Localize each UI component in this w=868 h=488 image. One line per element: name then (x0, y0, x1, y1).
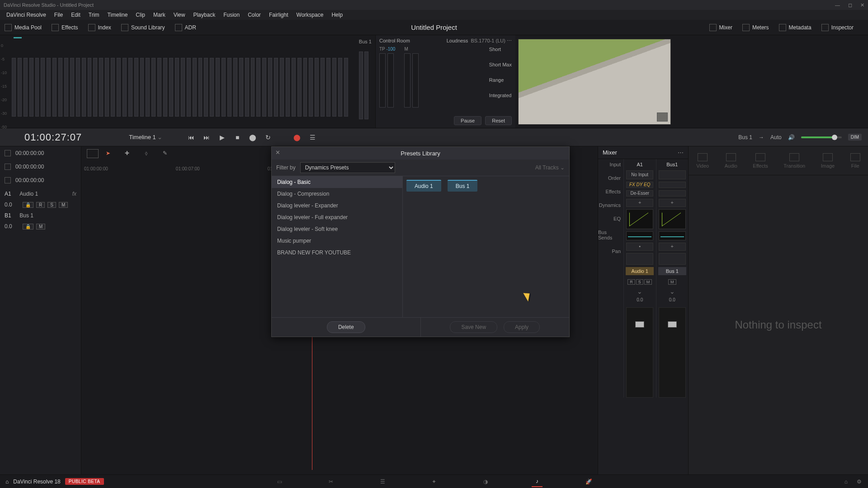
menu-file[interactable]: File (51, 11, 66, 19)
preset-item[interactable]: Music pumper (272, 235, 402, 247)
window-maximize-icon[interactable]: ◻ (848, 2, 852, 8)
menu-mark[interactable]: Mark (150, 11, 169, 19)
channel-m-button[interactable]: M (644, 279, 652, 285)
loudness-reset-button[interactable]: Reset (485, 116, 512, 125)
home-icon[interactable]: ⌂ (5, 479, 9, 485)
menu-trim[interactable]: Trim (85, 11, 103, 19)
delete-button[interactable]: Delete (327, 321, 365, 333)
menu-fusion[interactable]: Fusion (220, 11, 243, 19)
monitor-bus-label[interactable]: Bus 1 (738, 134, 752, 141)
selection-tool[interactable]: ➤ (104, 149, 112, 157)
page-color-icon[interactable]: ◑ (480, 476, 491, 487)
inspector-tab-effects[interactable]: Effects (753, 153, 768, 169)
track-r-button[interactable]: R (36, 202, 45, 208)
filter-dropdown[interactable]: Dynamics Presets (300, 162, 395, 173)
effect-slot[interactable] (659, 190, 686, 197)
channel-fader[interactable] (659, 307, 686, 398)
effects-toggle[interactable]: Effects (52, 24, 78, 31)
timeline-view-toggle[interactable] (87, 149, 99, 158)
pan-control[interactable] (626, 253, 653, 265)
loudness-menu-icon[interactable]: ⋯ (507, 38, 512, 43)
track-lock-icon[interactable]: 🔒 (23, 224, 33, 230)
close-icon[interactable]: ✕ (275, 149, 280, 156)
preset-item[interactable]: Dialog - Basic (272, 176, 402, 188)
preset-target-chip[interactable]: Audio 1 (406, 180, 441, 192)
inspector-tab-video[interactable]: Video (696, 153, 709, 169)
page-cut-icon[interactable]: ✂ (326, 476, 336, 487)
order-slot[interactable] (659, 182, 686, 188)
channel-r-button[interactable]: R (627, 279, 635, 285)
mixer-toggle[interactable]: Mixer (709, 24, 732, 31)
track-lock-icon[interactable]: 🔒 (23, 202, 33, 208)
page-media-icon[interactable]: ▭ (274, 476, 285, 487)
order-slot[interactable]: FX DY EQ (626, 182, 653, 188)
loudness-pause-button[interactable]: Pause (454, 116, 481, 125)
window-close-icon[interactable]: ✕ (860, 2, 864, 8)
channel-fader[interactable] (626, 307, 653, 398)
menu-workspace[interactable]: Workspace (293, 11, 327, 19)
media-pool-toggle[interactable]: Media Pool (5, 24, 42, 31)
preset-item[interactable]: Dialog leveler - Full expander (272, 211, 402, 223)
all-tracks-toggle[interactable]: All Tracks ⌄ (535, 164, 565, 171)
track-header[interactable]: A1 Audio 1fx (5, 191, 76, 197)
channel-menu-icon[interactable]: ⌄ (637, 288, 642, 295)
eq-graph[interactable] (659, 231, 686, 240)
dim-button[interactable]: DIM (848, 134, 862, 141)
track-m-button[interactable]: M (59, 202, 68, 208)
menu-davinci-resolve[interactable]: DaVinci Resolve (3, 11, 50, 19)
adr-toggle[interactable]: ADR (175, 24, 196, 31)
page-deliver-icon[interactable]: 🚀 (583, 476, 594, 487)
inspector-tab-image[interactable]: Image (821, 153, 835, 169)
mixer-menu-icon[interactable]: ⋯ (678, 149, 684, 156)
project-home-icon[interactable]: ⌂ (844, 479, 848, 485)
page-fusion-icon[interactable]: ✦ (429, 476, 439, 487)
record-button[interactable]: ⬤ (248, 133, 257, 142)
menu-color[interactable]: Color (244, 11, 264, 19)
range-tool[interactable]: ✚ (123, 149, 131, 157)
pan-control[interactable] (659, 253, 686, 265)
stop-button[interactable]: ■ (233, 133, 242, 142)
save-new-button[interactable]: Save New (450, 321, 497, 333)
preset-target-chip[interactable]: Bus 1 (448, 180, 478, 192)
monitor-volume-slider[interactable] (801, 136, 842, 138)
menu-help[interactable]: Help (328, 11, 346, 19)
menu-fairlight[interactable]: Fairlight (265, 11, 292, 19)
speaker-icon[interactable]: 🔊 (788, 134, 795, 141)
meters-toggle[interactable]: Meters (742, 24, 769, 31)
rewind-button[interactable]: ⏮ (187, 133, 196, 142)
channel-menu-icon[interactable]: ⌄ (670, 288, 675, 295)
preset-item[interactable]: BRAND NEW FOR YOUTUBE (272, 247, 402, 258)
dynamics-graph[interactable] (659, 209, 686, 229)
play-button[interactable]: ▶ (217, 133, 226, 142)
preset-item[interactable]: Dialog - Compression (272, 188, 402, 200)
menu-edit[interactable]: Edit (67, 11, 84, 19)
menu-view[interactable]: View (170, 11, 189, 19)
preset-item[interactable]: Dialog leveler - Soft knee (272, 223, 402, 235)
window-minimize-icon[interactable]: — (835, 2, 840, 8)
menu-timeline[interactable]: Timeline (104, 11, 131, 19)
menu-clip[interactable]: Clip (132, 11, 149, 19)
pencil-tool[interactable]: ✎ (161, 149, 169, 157)
inspector-tab-audio[interactable]: Audio (725, 153, 737, 169)
sound-lib-toggle[interactable]: Sound Library (121, 24, 165, 31)
preset-item[interactable]: Dialog leveler - Expander (272, 200, 402, 211)
bus-send-button[interactable]: • (626, 243, 653, 251)
timeline-canvas[interactable]: ➤ ✚ ⎀ ✎ 01:00:00:0001:00:07:0001:00:14:0… (81, 146, 598, 474)
timecode-row[interactable]: 00:00:00:00 (5, 150, 76, 156)
automation-mode[interactable]: Auto (770, 134, 782, 141)
page-fairlight-icon[interactable]: ♪ (532, 476, 542, 487)
automation-write-icon[interactable]: ⬤ (292, 133, 302, 142)
index-toggle[interactable]: Index (88, 24, 111, 31)
input-slot[interactable] (659, 170, 686, 179)
fast-forward-button[interactable]: ⏭ (202, 133, 211, 142)
timecode-row[interactable]: 00:00:00:00 (5, 164, 76, 170)
inspector-tab-transition[interactable]: Transition (783, 153, 805, 169)
track-m-button[interactable]: M (36, 224, 45, 230)
input-slot[interactable]: No Input (626, 170, 653, 179)
automation-settings-icon[interactable]: ☰ (308, 133, 317, 142)
inspector-toggle[interactable]: Inspector (821, 24, 854, 31)
track-s-button[interactable]: S (47, 202, 56, 208)
menu-playback[interactable]: Playback (189, 11, 219, 19)
project-settings-icon[interactable]: ⚙ (857, 479, 862, 485)
track-header[interactable]: B1 Bus 1 (5, 212, 76, 219)
